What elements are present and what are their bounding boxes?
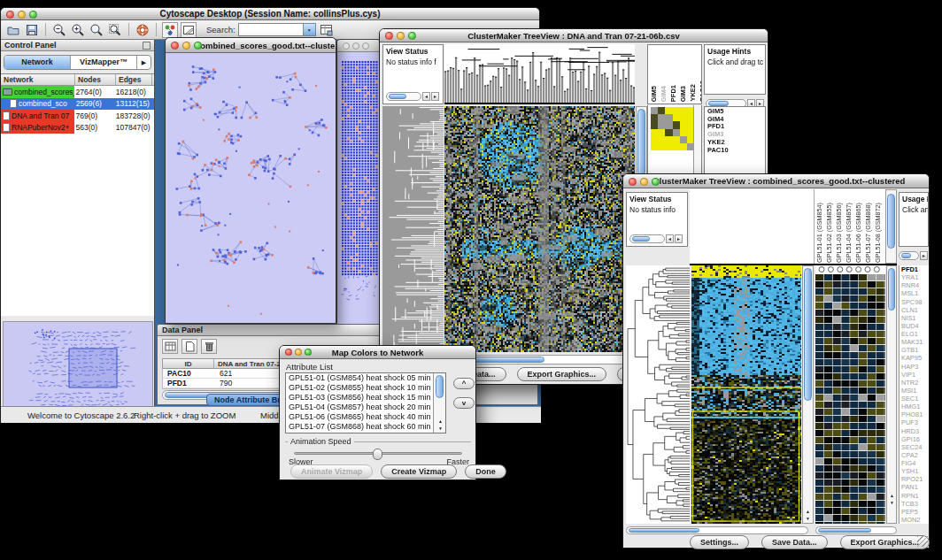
gene-rpn1[interactable]: RPN1: [900, 492, 929, 500]
column-header-id[interactable]: ID: [163, 359, 214, 368]
open-file-icon[interactable]: [5, 22, 21, 38]
scroll-right-icon[interactable]: ►: [920, 251, 928, 260]
dna-column-labels[interactable]: GIM5GIM4PFD1GIM3YKE2PAC10: [647, 44, 702, 104]
create-vizmap-button[interactable]: Create Vizmap: [381, 464, 457, 479]
titlebar-map-colors[interactable]: Map Colors to Network: [280, 346, 475, 359]
resize-grip[interactable]: [917, 536, 928, 547]
move-up-button[interactable]: ^: [453, 378, 475, 389]
network-row-combined-scores[interactable]: combined_scores_2764(0)16218(0): [1, 86, 154, 98]
gene-pep5[interactable]: PEP5: [900, 508, 929, 516]
summary-hscrollbar[interactable]: [815, 526, 897, 534]
column-dendrogram-area[interactable]: [690, 189, 815, 264]
column-label-gpl51-06-gsm865[interactable]: GPL51-06 (GSM865): [854, 203, 862, 263]
minimize-button[interactable]: [295, 349, 302, 356]
titlebar-network-view[interactable]: combined_scores_good.txt--cluste...: [166, 38, 336, 53]
gene-mon2[interactable]: MON2: [900, 516, 929, 524]
gene-sec24[interactable]: SEC24: [900, 443, 929, 451]
combined-hscrollbar[interactable]: [626, 526, 808, 534]
gene-msl1[interactable]: MSL1: [900, 289, 929, 297]
close-button[interactable]: [171, 42, 179, 50]
tab-network[interactable]: Network: [4, 56, 71, 69]
scroll-down-icon[interactable]: ▼: [887, 499, 897, 506]
dna-heatmap-canvas[interactable]: [444, 106, 635, 352]
column-label-gpl51-07-gsm868[interactable]: GPL51-07 (GSM868): [864, 203, 872, 263]
zoom-button[interactable]: [362, 42, 369, 50]
save-data-button[interactable]: Save Data...: [761, 535, 828, 549]
minimize-button[interactable]: [352, 42, 359, 50]
close-button[interactable]: [285, 349, 292, 356]
zoom-fit-icon[interactable]: [89, 22, 104, 38]
column-header-network[interactable]: Network: [1, 74, 75, 85]
zoom-button[interactable]: [408, 32, 416, 40]
settings-button[interactable]: Settings...: [690, 535, 749, 549]
gene-hrd3[interactable]: HRD3: [900, 427, 929, 435]
scroll-up-icon[interactable]: ▲: [436, 418, 445, 425]
network-row-dna-and-tran-07[interactable]: DNA and Tran 07769(0)183728(0): [1, 110, 154, 122]
gene-rpo21[interactable]: RPO21: [900, 475, 929, 483]
gene-fig4[interactable]: FIG4: [900, 459, 929, 467]
gene-pho81[interactable]: PHO81: [900, 410, 929, 418]
zoom-button[interactable]: [194, 42, 202, 50]
column-label-pac10[interactable]: PAC10: [699, 81, 702, 102]
column-header-nodes[interactable]: Nodes: [75, 74, 116, 85]
zoom-selected-icon[interactable]: [107, 22, 123, 38]
minimize-button[interactable]: [18, 11, 26, 19]
similarity-matrix[interactable]: [651, 107, 694, 150]
gene-kap95[interactable]: KAP95: [900, 354, 929, 362]
zoom-button[interactable]: [652, 178, 660, 186]
gene-bud4[interactable]: BUD4: [900, 322, 929, 330]
gene-pfd1[interactable]: PFD1: [900, 265, 929, 273]
combined-heatmap-canvas[interactable]: [691, 265, 801, 524]
window-network-view-background[interactable]: [336, 39, 381, 324]
trash-icon[interactable]: [201, 339, 217, 354]
close-button[interactable]: [6, 11, 14, 19]
column-label-gpl51-01-gsm854[interactable]: GPL51-01 (GSM854): [815, 203, 823, 263]
gene-puf3[interactable]: PUF3: [900, 418, 929, 426]
gene-mak31[interactable]: MAK31: [900, 338, 929, 346]
help-lifebuoy-icon[interactable]: [135, 22, 151, 38]
scroll-left-icon[interactable]: ◄: [422, 92, 430, 101]
gene-cpa2[interactable]: CPA2: [900, 451, 929, 459]
gene-label-pac10[interactable]: PAC10: [707, 147, 765, 155]
annotation-icon[interactable]: [181, 22, 197, 38]
network-view-canvas[interactable]: [166, 53, 336, 323]
animation-speed-slider-thumb[interactable]: [373, 449, 382, 460]
network-table-header[interactable]: NetworkNodesEdges: [1, 74, 154, 86]
search-dropdown-arrow-icon[interactable]: ▼: [304, 23, 316, 36]
titlebar-treeview-combined[interactable]: ClusterMaker TreeView : combined_scores_…: [623, 174, 929, 188]
gene-msi1[interactable]: MSI1: [900, 387, 929, 395]
zoom-in-icon[interactable]: [70, 22, 86, 38]
new-document-icon[interactable]: [181, 339, 197, 354]
move-down-button[interactable]: v: [453, 397, 475, 409]
titlebar-main[interactable]: Cytoscape Desktop (Session Name: collins…: [1, 8, 539, 20]
labels-vscrollbar[interactable]: [885, 189, 897, 264]
vizmap-nodes-icon[interactable]: [162, 22, 178, 38]
heatmap-vscrollbar[interactable]: ▲ ▼: [802, 265, 814, 524]
scroll-up-icon[interactable]: ▲: [803, 508, 813, 515]
scroll-right-icon[interactable]: ►: [431, 92, 439, 101]
minimize-button[interactable]: [397, 32, 405, 40]
search-input[interactable]: [238, 23, 304, 36]
minimize-button[interactable]: [640, 178, 648, 186]
scroll-right-icon[interactable]: ►: [675, 234, 683, 243]
column-label-gim5[interactable]: GIM5: [650, 86, 658, 102]
row-dendrogram-canvas[interactable]: [382, 106, 444, 352]
column-dendrogram-canvas[interactable]: [444, 44, 635, 104]
attribute-item[interactable]: GPL51-02 (GSM855) heat shock 10 min: [286, 383, 445, 393]
gene-pan1[interactable]: PAN1: [900, 483, 929, 491]
titlebar-network-background[interactable]: [337, 40, 380, 52]
save-icon[interactable]: [24, 22, 40, 38]
gene-yra1[interactable]: YRA1: [900, 273, 929, 281]
report-table-icon[interactable]: [319, 22, 335, 38]
attribute-item[interactable]: GPL51-04 (GSM857) heat shock 20 min: [286, 403, 445, 412]
gene-gpi16[interactable]: GPI16: [900, 435, 929, 443]
float-panel-icon[interactable]: [143, 42, 151, 50]
titlebar-treeview-dna[interactable]: ClusterMaker TreeView : DNA and Tran 07-…: [380, 29, 768, 42]
attribute-item[interactable]: GPL51-06 (GSM865) heat shock 40 min: [286, 412, 445, 422]
export-graphics-button[interactable]: Export Graphics...: [840, 535, 930, 549]
zoom-button[interactable]: [29, 11, 37, 19]
attribute-item[interactable]: GPL51-07 (GSM868) heat shock 60 min: [286, 422, 445, 432]
close-button[interactable]: [343, 42, 350, 50]
close-button[interactable]: [629, 178, 637, 186]
zoom-out-icon[interactable]: [51, 22, 67, 38]
